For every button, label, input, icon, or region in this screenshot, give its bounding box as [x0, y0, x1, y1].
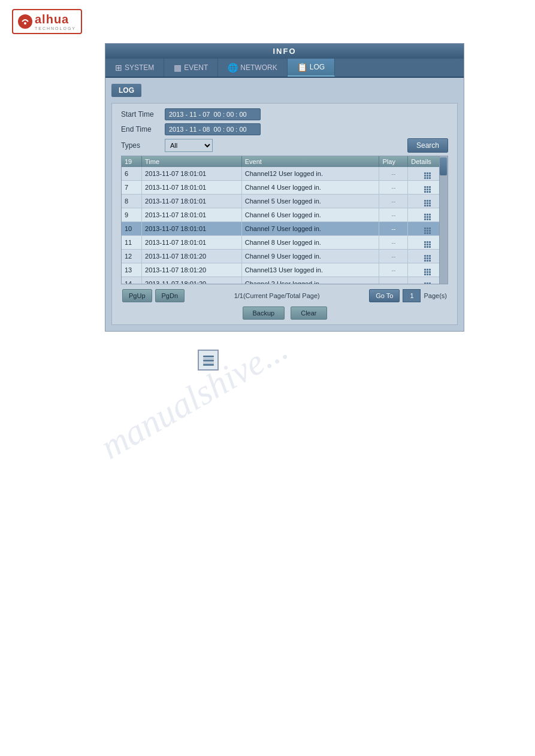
row-play[interactable]: -- — [379, 195, 408, 208]
tab-log-label: LOG — [310, 63, 325, 71]
logo-area: alhua TECHNOLOGY — [0, 0, 535, 43]
tab-network[interactable]: 🌐 NETWORK — [218, 59, 287, 77]
row-num: 6 — [122, 167, 142, 181]
clear-button[interactable]: Clear — [291, 306, 327, 320]
row-play[interactable]: -- — [379, 208, 408, 222]
col-time: Time — [142, 156, 242, 167]
start-time-input[interactable] — [165, 108, 261, 120]
table-row[interactable]: 92013-11-07 18:01:01Channel 6 User logge… — [122, 208, 448, 222]
row-time: 2013-11-07 18:01:20 — [142, 250, 242, 263]
svg-rect-2 — [203, 356, 214, 357]
page-info: 1/1(Current Page/Total Page) — [188, 292, 366, 299]
row-play[interactable]: -- — [379, 250, 408, 263]
row-num: 11 — [122, 236, 142, 250]
details-icon[interactable] — [424, 214, 431, 220]
table-row[interactable]: 102013-11-07 18:01:01Channel 7 User logg… — [122, 222, 448, 236]
row-event: Channel 6 User logged in. — [241, 208, 379, 222]
end-time-row: End Time — [121, 123, 448, 135]
tab-system[interactable]: ⊞ SYSTEM — [105, 59, 164, 77]
table-row[interactable]: 72013-11-07 18:01:01Channel 4 User logge… — [122, 181, 448, 195]
row-num: 9 — [122, 208, 142, 222]
logo-icon — [18, 14, 32, 29]
svg-point-0 — [20, 16, 31, 27]
table-header-row: 19 Time Event Play Details — [122, 156, 448, 167]
row-play[interactable]: -- — [379, 263, 408, 277]
pgdn-button[interactable]: PgDn — [155, 289, 185, 302]
tab-log[interactable]: 📋 LOG — [288, 59, 335, 77]
table-row[interactable]: 142013-11-07 18:01:20Channel 2 User logg… — [122, 277, 448, 285]
tab-network-label: NETWORK — [240, 63, 277, 72]
event-icon: ▦ — [174, 63, 182, 72]
row-play[interactable]: -- — [379, 277, 408, 285]
nav-tabs: ⊞ SYSTEM ▦ EVENT 🌐 NETWORK 📋 LOG — [105, 59, 464, 78]
types-row: Types All System Event Network Search — [121, 138, 448, 153]
list-icon — [202, 354, 215, 367]
row-event: Channel13 User logged in. — [241, 263, 379, 277]
network-icon: 🌐 — [228, 63, 238, 72]
svg-rect-4 — [203, 360, 214, 362]
backup-button[interactable]: Backup — [243, 306, 285, 320]
row-time: 2013-11-07 18:01:01 — [142, 208, 242, 222]
details-icon[interactable] — [424, 269, 431, 275]
col-event: Event — [241, 156, 379, 167]
col-play: Play — [379, 156, 408, 167]
table-row[interactable]: 82013-11-07 18:01:01Channel 5 User logge… — [122, 195, 448, 208]
types-select[interactable]: All System Event Network — [165, 139, 213, 152]
row-play[interactable]: -- — [379, 222, 408, 236]
details-icon[interactable] — [424, 172, 431, 179]
table-row[interactable]: 132013-11-07 18:01:20Channel13 User logg… — [122, 263, 448, 277]
row-time: 2013-11-07 18:01:01 — [142, 195, 242, 208]
page-input[interactable] — [403, 289, 421, 302]
tab-event[interactable]: ▦ EVENT — [164, 59, 218, 77]
log-table-body: 62013-11-07 18:01:01Channel12 User logge… — [122, 167, 448, 284]
goto-button[interactable]: Go To — [369, 289, 400, 302]
search-button[interactable]: Search — [407, 138, 448, 153]
row-event: Channel 5 User logged in. — [241, 195, 379, 208]
svg-rect-3 — [203, 359, 214, 359]
tab-system-label: SYSTEM — [125, 63, 154, 72]
start-time-label: Start Time — [121, 110, 160, 119]
log-table: 19 Time Event Play Details 62013-11-07 1… — [122, 156, 448, 284]
details-icon[interactable] — [424, 186, 431, 193]
row-event: Channel 9 User logged in. — [241, 250, 379, 263]
log-section-label: LOG — [111, 84, 141, 97]
row-play[interactable]: -- — [379, 181, 408, 195]
col-num: 19 — [122, 156, 142, 167]
row-time: 2013-11-07 18:01:20 — [142, 263, 242, 277]
row-play[interactable]: -- — [379, 167, 408, 181]
svg-point-1 — [24, 22, 26, 25]
logo: alhua TECHNOLOGY — [12, 9, 82, 34]
table-row[interactable]: 112013-11-07 18:01:01Channel 8 User logg… — [122, 236, 448, 250]
table-row[interactable]: 62013-11-07 18:01:01Channel12 User logge… — [122, 167, 448, 181]
row-event: Channel12 User logged in. — [241, 167, 379, 181]
start-time-row: Start Time — [121, 108, 448, 120]
scrollbar-thumb[interactable] — [440, 157, 447, 175]
action-buttons: Backup Clear — [121, 306, 448, 320]
table-row[interactable]: 122013-11-07 18:01:20Channel 9 User logg… — [122, 250, 448, 263]
details-icon[interactable] — [424, 283, 431, 284]
row-num: 14 — [122, 277, 142, 285]
bottom-icon-area — [198, 350, 535, 371]
row-time: 2013-11-07 18:01:20 — [142, 277, 242, 285]
row-num: 7 — [122, 181, 142, 195]
content-area: LOG Start Time End Time Types All System… — [105, 78, 464, 331]
pgup-button[interactable]: PgUp — [122, 289, 152, 302]
row-play[interactable]: -- — [379, 236, 408, 250]
scrollbar-track[interactable] — [439, 156, 448, 284]
row-event: Channel 4 User logged in. — [241, 181, 379, 195]
log-form: Start Time End Time Types All System Eve… — [111, 103, 458, 325]
pagination-controls: PgUp PgDn 1/1(Current Page/Total Page) G… — [121, 288, 448, 303]
details-icon[interactable] — [424, 200, 431, 207]
types-label: Types — [121, 141, 160, 150]
list-icon-box[interactable] — [198, 350, 219, 371]
details-icon[interactable] — [424, 255, 431, 262]
details-icon[interactable] — [424, 227, 431, 234]
info-header: INFO — [105, 44, 464, 59]
details-icon[interactable] — [424, 241, 431, 248]
row-event: Channel 2 User logged in. — [241, 277, 379, 285]
row-num: 10 — [122, 222, 142, 236]
end-time-input[interactable] — [165, 123, 261, 135]
tab-event-label: EVENT — [184, 63, 208, 72]
log-table-container: 19 Time Event Play Details 62013-11-07 1… — [121, 156, 448, 284]
system-icon: ⊞ — [115, 63, 122, 72]
